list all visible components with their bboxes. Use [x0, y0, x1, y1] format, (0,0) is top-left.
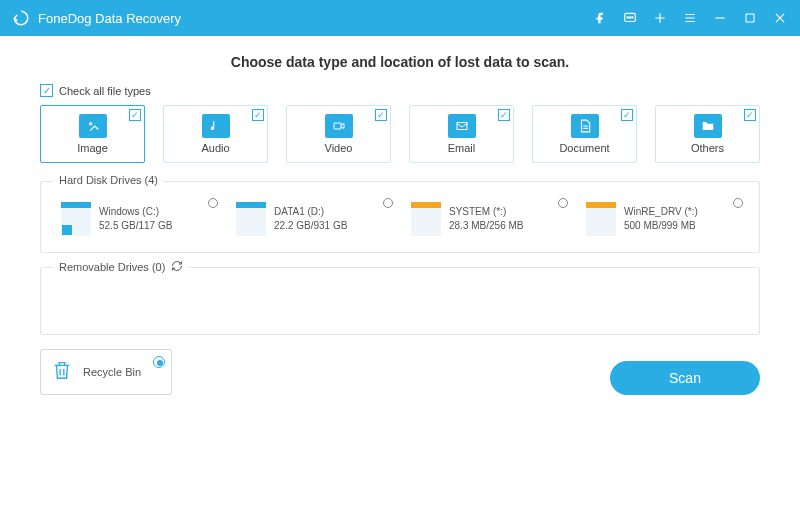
window-controls	[592, 10, 788, 26]
email-icon	[448, 114, 476, 138]
type-video[interactable]: ✓ Video	[286, 105, 391, 163]
removable-section: Removable Drives (0)	[40, 267, 760, 335]
titlebar: FoneDog Data Recovery	[0, 0, 800, 36]
svg-point-3	[632, 17, 633, 18]
drive-text: DATA1 (D:)22.2 GB/931 GB	[274, 205, 347, 233]
radio-icon[interactable]	[558, 198, 568, 208]
close-icon[interactable]	[772, 10, 788, 26]
drive-size: 22.2 GB/931 GB	[274, 219, 347, 233]
type-label: Video	[325, 142, 353, 154]
drive-name: DATA1 (D:)	[274, 205, 347, 219]
bottom-row: Recycle Bin Scan	[40, 349, 760, 395]
drive-icon	[61, 202, 91, 236]
checkbox-icon[interactable]: ✓	[129, 109, 141, 121]
drive-item[interactable]: WinRE_DRV (*:)500 MB/999 MB	[580, 198, 745, 242]
drive-name: SYSTEM (*:)	[449, 205, 523, 219]
scan-button[interactable]: Scan	[610, 361, 760, 395]
drive-size: 52.5 GB/117 GB	[99, 219, 172, 233]
radio-selected-icon[interactable]	[153, 356, 165, 368]
type-label: Image	[77, 142, 108, 154]
drive-icon	[236, 202, 266, 236]
drive-size: 500 MB/999 MB	[624, 219, 698, 233]
recycle-label: Recycle Bin	[83, 366, 141, 378]
recycle-bin-option[interactable]: Recycle Bin	[40, 349, 172, 395]
image-icon	[79, 114, 107, 138]
radio-icon[interactable]	[208, 198, 218, 208]
drive-icon	[411, 202, 441, 236]
type-email[interactable]: ✓ Email	[409, 105, 514, 163]
svg-rect-4	[746, 14, 754, 22]
plus-icon[interactable]	[652, 10, 668, 26]
checkbox-icon[interactable]: ✓	[375, 109, 387, 121]
drive-name: Windows (C:)	[99, 205, 172, 219]
type-label: Audio	[201, 142, 229, 154]
svg-point-5	[89, 123, 91, 125]
type-label: Email	[448, 142, 476, 154]
hdd-legend: Hard Disk Drives (4)	[53, 174, 164, 186]
type-label: Others	[691, 142, 724, 154]
svg-point-1	[627, 17, 628, 18]
folder-icon	[694, 114, 722, 138]
drive-icon	[586, 202, 616, 236]
file-type-grid: ✓ Image ✓ Audio ✓ Video ✓ Email ✓ Docume…	[40, 105, 760, 163]
check-all-row[interactable]: ✓ Check all file types	[40, 84, 760, 97]
check-all-checkbox[interactable]: ✓	[40, 84, 53, 97]
feedback-icon[interactable]	[622, 10, 638, 26]
checkbox-icon[interactable]: ✓	[621, 109, 633, 121]
checkbox-icon[interactable]: ✓	[252, 109, 264, 121]
drive-text: SYSTEM (*:)28.3 MB/256 MB	[449, 205, 523, 233]
document-icon	[571, 114, 599, 138]
trash-icon	[51, 358, 73, 386]
minimize-icon[interactable]	[712, 10, 728, 26]
svg-point-2	[629, 17, 630, 18]
radio-icon[interactable]	[733, 198, 743, 208]
type-others[interactable]: ✓ Others	[655, 105, 760, 163]
app-title: FoneDog Data Recovery	[38, 11, 592, 26]
type-label: Document	[559, 142, 609, 154]
checkbox-icon[interactable]: ✓	[744, 109, 756, 121]
drive-item[interactable]: SYSTEM (*:)28.3 MB/256 MB	[405, 198, 570, 242]
drive-text: WinRE_DRV (*:)500 MB/999 MB	[624, 205, 698, 233]
check-all-label: Check all file types	[59, 85, 151, 97]
maximize-icon[interactable]	[742, 10, 758, 26]
hard-disk-section: Hard Disk Drives (4) Windows (C:)52.5 GB…	[40, 181, 760, 253]
audio-icon	[202, 114, 230, 138]
svg-rect-6	[334, 123, 341, 129]
facebook-icon[interactable]	[592, 10, 608, 26]
refresh-icon[interactable]	[171, 260, 183, 274]
radio-icon[interactable]	[383, 198, 393, 208]
drive-list: Windows (C:)52.5 GB/117 GBDATA1 (D:)22.2…	[55, 198, 745, 242]
type-audio[interactable]: ✓ Audio	[163, 105, 268, 163]
drive-text: Windows (C:)52.5 GB/117 GB	[99, 205, 172, 233]
svg-rect-7	[457, 123, 467, 130]
main-content: Choose data type and location of lost da…	[0, 36, 800, 405]
drive-item[interactable]: Windows (C:)52.5 GB/117 GB	[55, 198, 220, 242]
drive-item[interactable]: DATA1 (D:)22.2 GB/931 GB	[230, 198, 395, 242]
menu-icon[interactable]	[682, 10, 698, 26]
checkbox-icon[interactable]: ✓	[498, 109, 510, 121]
page-headline: Choose data type and location of lost da…	[40, 54, 760, 70]
drive-size: 28.3 MB/256 MB	[449, 219, 523, 233]
type-document[interactable]: ✓ Document	[532, 105, 637, 163]
app-logo-icon	[12, 9, 30, 27]
drive-name: WinRE_DRV (*:)	[624, 205, 698, 219]
video-icon	[325, 114, 353, 138]
removable-legend: Removable Drives (0)	[53, 260, 189, 274]
type-image[interactable]: ✓ Image	[40, 105, 145, 163]
